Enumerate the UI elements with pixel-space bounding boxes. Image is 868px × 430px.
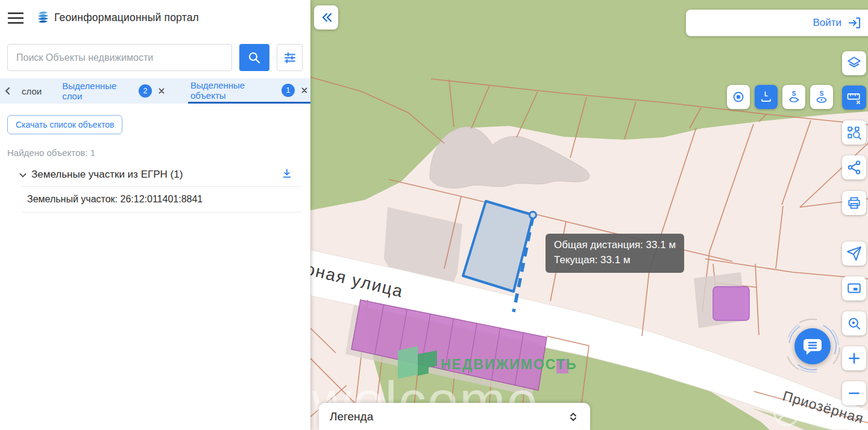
plus-icon	[846, 351, 862, 366]
map-canvas[interactable]: welcome НЕДВИЖИМОСТЬ АКУЛА оная улица Пр…	[310, 0, 868, 430]
overview-map-button[interactable]	[842, 276, 866, 301]
tree-group-egrn-parcels[interactable]: Земельные участки из ЕГРН (1)	[0, 166, 310, 185]
tabs-bar: слои Выделенные слои 2 Выделенные объект…	[0, 78, 310, 104]
minimap-icon	[846, 281, 862, 296]
tree-group-label: Земельные участки из ЕГРН (1)	[31, 169, 183, 181]
svg-text:L: L	[764, 91, 768, 98]
magnifier-polygon-icon	[846, 125, 862, 140]
geometry-search-button[interactable]	[842, 120, 866, 145]
tab-selected-layers[interactable]: Выделенные слои 2	[60, 78, 168, 104]
measure-length-button[interactable]: L	[755, 85, 778, 109]
close-icon[interactable]	[158, 87, 165, 95]
chevron-down-icon[interactable]	[16, 169, 30, 182]
sidebar: Геоинформационный портал слои Выделенные…	[0, 0, 310, 430]
zoom-in-button[interactable]	[842, 346, 866, 370]
app-window: Геоинформационный портал слои Выделенные…	[0, 0, 868, 430]
double-chevron-left-icon	[318, 10, 334, 25]
building-magenta	[713, 287, 749, 320]
measure-total: Общая дистанция: 33.1 м	[554, 238, 676, 253]
tab-selected-objects[interactable]: Выделенные объекты 1	[188, 78, 310, 104]
send-arrow-icon	[846, 246, 862, 261]
results-count: Найдено объектов: 1	[7, 148, 95, 158]
tab-badge: 1	[281, 84, 295, 97]
circle-area-measure-icon: S	[814, 90, 829, 104]
minus-icon	[846, 385, 862, 401]
portal-logo-icon	[34, 8, 51, 25]
filter-button[interactable]	[277, 44, 303, 71]
login-button[interactable]: Войти	[686, 10, 868, 36]
menu-icon[interactable]	[8, 11, 25, 25]
length-measure-icon: L	[759, 90, 773, 104]
chevron-up-down-icon[interactable]	[567, 411, 579, 423]
measure-area-button[interactable]: S	[782, 85, 805, 109]
measure-current: Текущая: 33.1 м	[554, 253, 676, 268]
search-button[interactable]	[239, 44, 269, 71]
find-location-button[interactable]	[842, 311, 866, 335]
legend-label: Легенда	[330, 410, 373, 423]
print-button[interactable]	[842, 191, 866, 215]
measure-vertex-marker[interactable]	[530, 212, 536, 219]
magnifier-circle-icon	[846, 316, 862, 331]
measure-toolbar: L S S	[727, 85, 833, 109]
close-icon[interactable]	[301, 87, 308, 94]
tab-layers[interactable]: слои	[19, 78, 44, 104]
circle-dot-icon	[731, 90, 746, 104]
zoom-out-button[interactable]	[842, 381, 866, 405]
search-icon	[247, 51, 262, 65]
layers-button[interactable]	[842, 51, 866, 75]
page-title: Геоинформационный портал	[54, 11, 199, 24]
svg-text:S: S	[820, 90, 824, 97]
watermark-realty: НЕДВИЖИМОСТЬ	[441, 357, 577, 372]
measure-radius-button[interactable]	[727, 85, 750, 109]
download-group-icon[interactable]	[280, 167, 294, 181]
map-area: welcome НЕДВИЖИМОСТЬ АКУЛА оная улица Пр…	[310, 0, 868, 430]
filter-sliders-icon	[283, 51, 297, 65]
ruler-x-icon	[846, 89, 863, 106]
legend-panel[interactable]: Легенда	[319, 403, 590, 430]
chat-bubble-icon	[802, 336, 823, 357]
svg-text:S: S	[792, 90, 796, 97]
share-icon	[846, 160, 862, 175]
area-measure-icon: S	[787, 90, 801, 104]
navigate-button[interactable]	[842, 241, 866, 266]
login-label: Войти	[813, 17, 841, 29]
login-icon	[848, 16, 862, 30]
download-object-list-button[interactable]: Скачать список объектов	[7, 115, 122, 134]
measure-circle-area-button[interactable]: S	[810, 85, 833, 109]
measure-button-active[interactable]	[842, 86, 866, 110]
tab-badge: 2	[139, 84, 152, 98]
tabs-scroll-left-icon[interactable]	[4, 78, 12, 104]
measure-tooltip: Общая дистанция: 33.1 м Текущая: 33.1 м	[546, 234, 684, 273]
chat-button[interactable]	[794, 328, 831, 364]
layers-icon	[846, 55, 862, 71]
tree-item-parcel[interactable]: Земельный участок: 26:12:011401:8841	[22, 186, 301, 213]
collapse-sidebar-button[interactable]	[314, 5, 338, 30]
printer-icon	[846, 195, 862, 211]
search-input[interactable]	[7, 44, 232, 71]
share-button[interactable]	[842, 155, 866, 179]
